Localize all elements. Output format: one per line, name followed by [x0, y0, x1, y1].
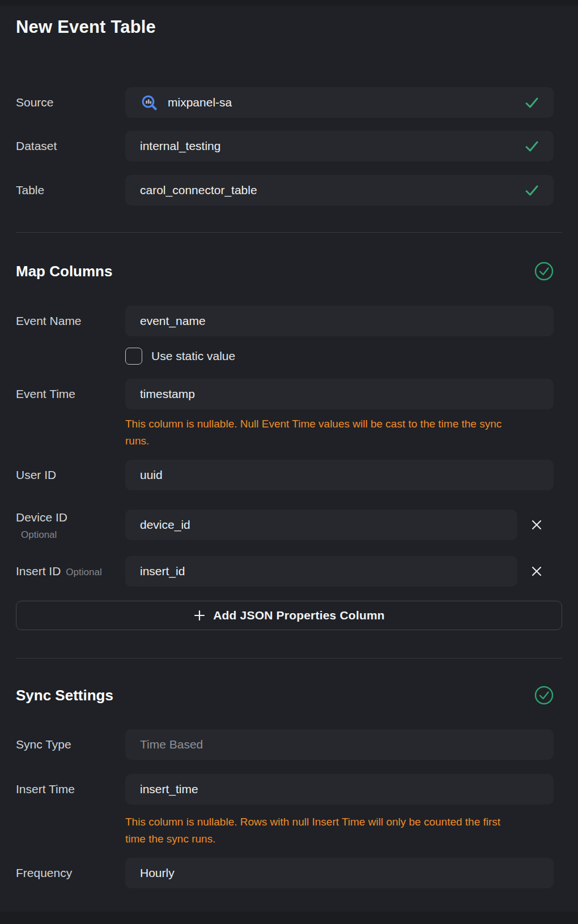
event-name-value: event_name: [140, 314, 206, 328]
bigquery-icon: [140, 93, 158, 112]
insert-id-remove-button[interactable]: [528, 564, 546, 578]
table-label: Table: [16, 175, 44, 206]
event-time-label: Event Time: [16, 379, 75, 409]
section-divider: [16, 658, 562, 658]
user-id-label: User ID: [16, 460, 56, 490]
check-icon: [525, 184, 539, 197]
source-field[interactable]: mixpanel-sa: [125, 87, 554, 118]
sync-type-label: Sync Type: [16, 729, 71, 760]
sync-settings-heading: Sync Settings: [16, 685, 554, 705]
event-time-row: Event Time timestamp: [0, 379, 578, 409]
source-row: Source mixpanel-sa: [0, 87, 578, 118]
check-icon: [525, 96, 539, 109]
event-name-row: Event Name event_name: [0, 306, 578, 336]
close-icon: [530, 565, 543, 578]
map-columns-title: Map Columns: [16, 263, 112, 280]
insert-id-row: Insert ID Optional insert_id: [0, 556, 578, 587]
check-icon: [525, 140, 539, 153]
dataset-row: Dataset internal_testing: [0, 131, 578, 161]
dataset-label: Dataset: [16, 131, 57, 161]
sync-settings-title: Sync Settings: [16, 687, 113, 704]
device-id-remove-button[interactable]: [528, 518, 546, 532]
event-name-field[interactable]: event_name: [125, 306, 554, 336]
user-id-row: User ID uuid: [0, 460, 578, 490]
insert-time-nullable-warning: This column is nullable. Rows with null …: [125, 814, 523, 848]
table-field[interactable]: carol_connector_table: [125, 175, 554, 206]
add-json-properties-label: Add JSON Properties Column: [213, 609, 385, 622]
sync-type-value: Time Based: [140, 738, 203, 751]
device-id-value: device_id: [140, 518, 190, 532]
insert-time-value: insert_time: [140, 782, 198, 796]
insert-id-value: insert_id: [140, 564, 185, 578]
insert-id-field[interactable]: insert_id: [125, 556, 517, 587]
dataset-field[interactable]: internal_testing: [125, 131, 554, 161]
map-columns-heading: Map Columns: [16, 261, 554, 281]
use-static-value-row: Use static value: [125, 347, 235, 365]
insert-time-field[interactable]: insert_time: [125, 774, 554, 805]
frequency-label: Frequency: [16, 858, 72, 888]
event-name-label: Event Name: [16, 306, 82, 336]
device-id-label: Device ID: [16, 511, 67, 524]
new-event-table-form: New Event Table Source mixpanel-sa: [0, 0, 578, 924]
frequency-field[interactable]: Hourly: [125, 858, 554, 888]
plus-icon: [193, 609, 206, 622]
add-json-properties-button[interactable]: Add JSON Properties Column: [16, 601, 562, 630]
circled-check-icon: [534, 262, 554, 283]
bottom-edge-strip: [0, 912, 578, 924]
device-id-field[interactable]: device_id: [125, 510, 517, 540]
device-id-label-group: Device ID Optional: [16, 511, 67, 541]
event-time-field[interactable]: timestamp: [125, 379, 554, 409]
frequency-value: Hourly: [140, 866, 175, 880]
user-id-field[interactable]: uuid: [125, 460, 554, 490]
top-edge-strip: [0, 0, 578, 6]
insert-id-label: Insert ID: [16, 564, 61, 578]
insert-id-optional-tag: Optional: [66, 567, 101, 578]
table-value: carol_connector_table: [140, 183, 257, 197]
sync-type-field: Time Based: [125, 729, 554, 760]
device-id-row: Device ID Optional device_id: [0, 510, 578, 540]
insert-id-label-group: Insert ID Optional: [16, 556, 102, 587]
device-id-optional-tag: Optional: [16, 529, 67, 541]
circled-check-icon: [534, 686, 554, 707]
dataset-value: internal_testing: [140, 139, 220, 153]
sync-type-row: Sync Type Time Based: [0, 729, 578, 760]
insert-time-row: Insert Time insert_time: [0, 774, 578, 805]
use-static-value-label: Use static value: [151, 349, 235, 363]
page-title: New Event Table: [16, 17, 156, 37]
section-divider: [16, 232, 562, 233]
source-value: mixpanel-sa: [168, 96, 232, 109]
source-label: Source: [16, 87, 54, 118]
insert-time-label: Insert Time: [16, 774, 75, 805]
table-row: Table carol_connector_table: [0, 175, 578, 206]
use-static-value-checkbox[interactable]: [125, 348, 142, 365]
user-id-value: uuid: [140, 468, 163, 482]
event-time-value: timestamp: [140, 387, 195, 401]
frequency-row: Frequency Hourly: [0, 858, 578, 888]
close-icon: [530, 519, 543, 531]
event-time-nullable-warning: This column is nullable. Null Event Time…: [125, 416, 523, 450]
